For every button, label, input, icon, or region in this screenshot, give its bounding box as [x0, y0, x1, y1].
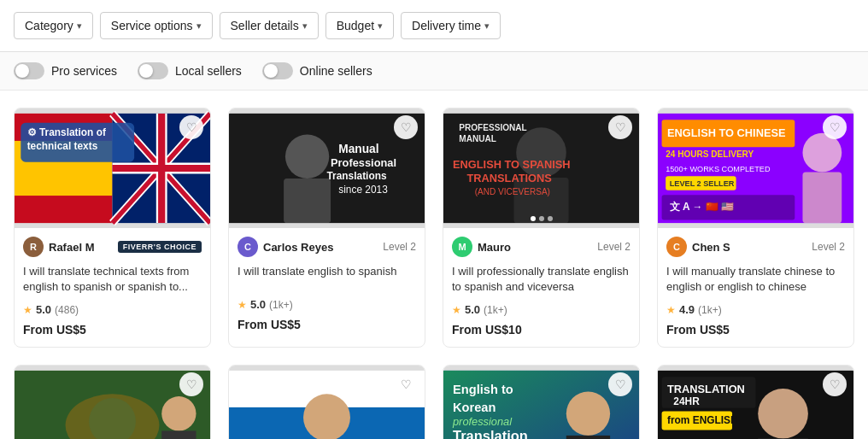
card-description: I will translate english to spanish: [229, 260, 425, 295]
gig-card-5[interactable]: ITALIAN TO ENGLISH MENU TRANSLATIONS ♡: [14, 365, 211, 439]
chevron-down-icon: ▾: [302, 20, 308, 32]
rating-count: (486): [55, 304, 79, 316]
seller-left: C Chen S: [666, 237, 730, 257]
stars-icon: ★: [238, 299, 247, 311]
seller-left: M Mauro: [452, 237, 511, 257]
stars-icon: ★: [452, 304, 461, 316]
online-sellers-toggle[interactable]: [262, 62, 293, 79]
avatar: R: [23, 237, 44, 257]
chevron-down-icon: ▾: [77, 20, 82, 32]
gig-card-2[interactable]: Manual Professional Translations since 2…: [228, 108, 425, 348]
pro-services-label: Pro services: [51, 64, 117, 78]
toggle-knob: [264, 64, 278, 78]
dot-1: [531, 216, 536, 221]
price-value: From US$5: [238, 318, 301, 331]
price-value: From US$10: [452, 323, 522, 337]
rating-count: (1k+): [484, 304, 507, 316]
card-image-4: ENGLISH TO CHINESE 24 HOURS DELIVERY 150…: [658, 108, 853, 228]
dot-2: [539, 216, 544, 221]
chevron-down-icon: ▾: [484, 20, 490, 32]
svg-point-54: [566, 392, 610, 436]
toggle-knob: [139, 64, 153, 78]
seller-name: Chen S: [692, 241, 730, 254]
local-sellers-toggle[interactable]: [138, 62, 168, 79]
rating-value: 5.0: [465, 303, 480, 316]
svg-text:ENGLISH TO SPANISH: ENGLISH TO SPANISH: [453, 158, 571, 171]
svg-rect-46: [161, 431, 196, 439]
seller-left: R Rafael M: [23, 237, 94, 257]
svg-text:MANUAL: MANUAL: [459, 134, 496, 143]
price-value: From US$5: [666, 323, 730, 337]
gig-card-1[interactable]: ⚙ Translation of technical texts ♡ R Raf…: [14, 108, 211, 348]
budget-filter[interactable]: Budget ▾: [326, 12, 394, 39]
avatar: M: [452, 237, 472, 257]
seller-left: C Carlos Reyes: [238, 237, 333, 257]
wishlist-button[interactable]: ♡: [608, 115, 632, 139]
fiverrs-choice-badge: FIVERR'S CHOICE: [118, 241, 202, 253]
svg-text:1500+ WORKS COMPLETED: 1500+ WORKS COMPLETED: [666, 165, 771, 173]
card-rating: ★ 5.0 (486): [15, 300, 210, 319]
delivery-time-label: Delivery time: [412, 19, 481, 32]
svg-text:professional: professional: [452, 415, 513, 428]
rating-count: (1k+): [269, 299, 293, 311]
card-description: I will manually translate chinese to eng…: [658, 260, 853, 300]
seller-details-filter[interactable]: Seller details ▾: [220, 12, 319, 39]
gig-card-3[interactable]: PROFESSIONAL MANUAL ENGLISH TO SPANISH T…: [443, 108, 640, 348]
svg-text:Korean: Korean: [453, 401, 496, 414]
svg-text:24 HOURS DELIVERY: 24 HOURS DELIVERY: [666, 149, 754, 159]
avatar: C: [238, 237, 258, 257]
toggle-bar: Pro services Local sellers Online seller…: [0, 52, 868, 91]
level-badge: Level 2: [597, 241, 630, 253]
chevron-down-icon: ▾: [378, 20, 383, 32]
level-badge: Level 2: [383, 241, 416, 253]
svg-text:Translation: Translation: [453, 429, 528, 439]
card-rating: ★ 4.9 (1k+): [658, 300, 853, 319]
svg-rect-31: [802, 173, 842, 224]
wishlist-button[interactable]: ♡: [823, 115, 847, 139]
svg-text:ENGLISH TO CHINESE: ENGLISH TO CHINESE: [667, 126, 786, 139]
svg-text:English to: English to: [453, 383, 513, 397]
gig-card-6[interactable]: ♡: [228, 365, 425, 439]
card-price: From US$5: [229, 314, 425, 342]
card-rating: ★ 5.0 (1k+): [229, 295, 425, 314]
card-price: From US$5: [658, 319, 853, 347]
card-description: I will professionally translate english …: [443, 260, 639, 300]
category-filter[interactable]: Category ▾: [14, 12, 93, 39]
svg-text:LEVEL 2 SELLER: LEVEL 2 SELLER: [670, 179, 735, 188]
service-options-filter[interactable]: Service options ▾: [100, 12, 213, 39]
card-image-7: English to Korean professional Translati…: [443, 366, 639, 439]
card-seller-info: C Chen S Level 2: [658, 228, 853, 260]
card-description: I will translate technical texts from en…: [15, 260, 210, 300]
card-image-2: Manual Professional Translations since 2…: [229, 108, 425, 228]
seller-details-label: Seller details: [231, 19, 299, 32]
gig-card-4[interactable]: ENGLISH TO CHINESE 24 HOURS DELIVERY 150…: [657, 108, 854, 348]
rating-value: 5.0: [250, 298, 266, 311]
wishlist-button[interactable]: ♡: [179, 115, 203, 139]
svg-text:Professional: Professional: [331, 156, 396, 169]
card-rating: ★ 5.0 (1k+): [443, 300, 639, 319]
svg-text:24HR: 24HR: [673, 396, 700, 408]
card-image-6: ♡: [229, 366, 425, 439]
category-label: Category: [25, 19, 73, 32]
online-sellers-toggle-item: Online sellers: [262, 62, 372, 79]
card-price: From US$10: [443, 319, 639, 347]
wishlist-button[interactable]: ♡: [394, 115, 418, 139]
svg-point-61: [758, 389, 808, 439]
level-badge: Level 2: [812, 241, 845, 253]
card-seller-info: C Carlos Reyes Level 2: [229, 228, 425, 260]
svg-point-15: [285, 135, 329, 179]
gig-card-7[interactable]: English to Korean professional Translati…: [443, 365, 640, 439]
stars-icon: ★: [666, 304, 676, 316]
svg-text:文 A → 🇨🇳 🇺🇸: 文 A → 🇨🇳 🇺🇸: [670, 200, 734, 213]
avatar: C: [666, 237, 687, 257]
svg-text:Manual: Manual: [338, 143, 378, 155]
service-options-label: Service options: [111, 19, 193, 32]
chevron-down-icon: ▾: [196, 20, 202, 32]
gig-card-8[interactable]: TRANSLATION 24HR from ENGLISH ♡: [657, 365, 854, 439]
pro-services-toggle[interactable]: [14, 62, 44, 79]
toggle-knob: [15, 64, 29, 78]
svg-text:(AND VICEVERSA): (AND VICEVERSA): [475, 187, 550, 196]
delivery-time-filter[interactable]: Delivery time ▾: [401, 12, 501, 39]
svg-text:TRANSLATIONS: TRANSLATIONS: [466, 172, 552, 184]
card-image-1: ⚙ Translation of technical texts ♡: [15, 108, 210, 228]
